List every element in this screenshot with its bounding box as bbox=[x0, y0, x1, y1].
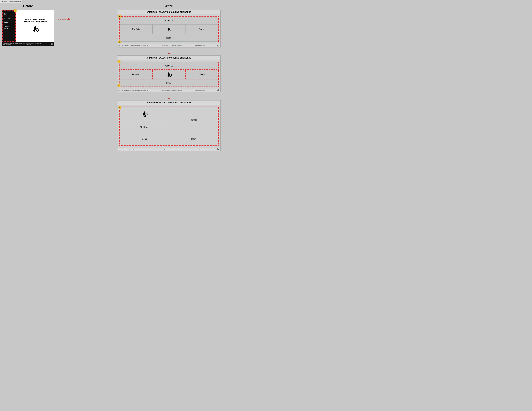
nav-team[interactable]: Team bbox=[4, 20, 14, 24]
after3-about-us[interactable]: About Us bbox=[120, 121, 169, 133]
after2-footer-email: ariantarh@gmail.com bbox=[195, 90, 205, 91]
instagram-icon-after1: 📷 bbox=[218, 45, 219, 47]
after1-badge1: 1 bbox=[118, 15, 121, 18]
after1-ideas[interactable]: Ideas bbox=[120, 34, 218, 42]
instagram-icon-after3: 📷 bbox=[218, 148, 219, 150]
tab-label[interactable]: Usability Test 1 High Fidelity bbox=[0, 0, 22, 3]
instagram-icon-before: 📷 bbox=[51, 43, 53, 45]
before-title: Before bbox=[23, 4, 33, 8]
after1-logo-center bbox=[152, 24, 185, 34]
before-sidebar: 1 About Us Portfolio Team Common Ideas bbox=[2, 10, 16, 42]
after3-portfolio[interactable]: Portfolio bbox=[169, 107, 218, 133]
after2-badge3: 3 bbox=[117, 84, 121, 87]
svg-point-7 bbox=[143, 115, 144, 116]
svg-point-1 bbox=[34, 30, 35, 31]
after3-team[interactable]: Team bbox=[169, 133, 218, 145]
after3-footer: Unit 3, No. 39, Nami St., Sarv Sq., Saad… bbox=[117, 147, 220, 150]
after1-footer: Unit 3, No. 39, Nami St., Sarv Sq., Saad… bbox=[117, 44, 220, 47]
after-column: After ARIAN TARH SAADAT CONSULTING ENGIN… bbox=[73, 4, 264, 152]
after3-footer-phone: +98 (0)2122382411 - 22148196 - 22148296 bbox=[162, 149, 182, 149]
down-arrow-2 bbox=[168, 94, 170, 100]
after3-logo bbox=[120, 107, 169, 121]
instagram-icon-after2: 📷 bbox=[218, 89, 219, 91]
after2-about-us[interactable]: About Us bbox=[119, 62, 219, 70]
after3-badge3: 3 bbox=[118, 106, 121, 109]
after3-header: ARIAN TARH SAADAT CONSULTING ENGINEERS bbox=[117, 101, 220, 105]
after1-grid: 1 2 About Us Portfolio Team bbox=[119, 16, 219, 42]
after-panel-1: ARIAN TARH SAADAT CONSULTING ENGINEERS 1… bbox=[117, 10, 221, 47]
after1-body: 1 2 About Us Portfolio Team bbox=[117, 14, 220, 44]
after2-team[interactable]: Team bbox=[186, 70, 219, 79]
after3-footer-email: ariantarh@gmail.com bbox=[195, 149, 205, 149]
before-content: ARIAN TARH SAADATCONSULTING ENGINEERS bbox=[16, 10, 54, 42]
after3-ideas[interactable]: Ideas bbox=[120, 133, 169, 145]
after1-badge2: 2 bbox=[118, 40, 121, 43]
after2-ideas[interactable]: Ideas bbox=[119, 79, 219, 87]
before-footer-email: ariantarh@gmail.com bbox=[41, 43, 51, 44]
before-footer-address: Unit 3, No. 39, Nami St., Sarv Sq., Saad… bbox=[3, 43, 26, 45]
before-footer-phone: +98 (0)2122382411 - 22148196 - 22148296 bbox=[26, 43, 41, 45]
after1-footer-email: ariantarh@gmail.com bbox=[195, 45, 205, 46]
after-panel-2: ARIAN TARH SAADAT CONSULTING ENGINEERS 2… bbox=[117, 56, 221, 92]
after2-footer-address: Unit 3, No. 39, Nami St., Sarv Sq., Saad… bbox=[118, 90, 149, 91]
after-panel-3: ARIAN TARH SAADAT CONSULTING ENGINEERS 3… bbox=[117, 100, 221, 151]
after3-body: 3 Portfolio About Us Ideas bbox=[117, 105, 220, 147]
after2-body: 2 3 About Us Portfolio Tea bbox=[117, 60, 220, 89]
after2-footer: Unit 3, No. 39, Nami St., Sarv Sq., Saad… bbox=[117, 89, 220, 92]
before-footer: Unit 3, No. 39, Nami St., Sarv Sq., Saad… bbox=[2, 42, 54, 46]
before-frame: 1 About Us Portfolio Team Common Ideas A… bbox=[2, 10, 54, 46]
before-company-title: ARIAN TARH SAADATCONSULTING ENGINEERS bbox=[23, 18, 47, 22]
nav-about-us[interactable]: About Us bbox=[4, 12, 14, 16]
after-title: After bbox=[165, 4, 172, 8]
after1-team[interactable]: Team bbox=[185, 24, 218, 34]
after2-footer-phone: +98 (0)2122382411 - 22148196 - 22148296 bbox=[162, 90, 182, 91]
after1-footer-address: Unit 3, No. 39, Nami St., Sarv Sq., Saad… bbox=[118, 45, 149, 46]
after2-grid: About Us Portfolio Team Ideas bbox=[119, 62, 219, 87]
after1-about-us[interactable]: About Us bbox=[120, 17, 218, 24]
nav-portfolio[interactable]: Portfolio bbox=[4, 16, 14, 20]
svg-point-3 bbox=[168, 30, 169, 30]
svg-point-5 bbox=[168, 75, 169, 76]
after1-footer-phone: +98 (0)2122382411 - 22148196 - 22148296 bbox=[162, 45, 182, 46]
after2-badge2: 2 bbox=[117, 60, 121, 63]
after1-header: ARIAN TARH SAADAT CONSULTING ENGINEERS bbox=[117, 10, 220, 14]
after2-portfolio[interactable]: Portfolio bbox=[119, 70, 152, 79]
before-panel: Before 1 About Us Portfolio Team Common … bbox=[2, 4, 54, 46]
after3-footer-address: Unit 3, No. 39, Nami St., Sarv Sq., Saad… bbox=[118, 149, 149, 149]
after1-portfolio[interactable]: Portfolio bbox=[120, 24, 152, 34]
after2-header: ARIAN TARH SAADAT CONSULTING ENGINEERS bbox=[117, 56, 220, 60]
badge-1: 1 bbox=[14, 9, 17, 12]
h-arrow bbox=[58, 18, 70, 20]
after3-grid: Portfolio About Us Ideas Team bbox=[119, 107, 219, 146]
after2-logo-center bbox=[152, 70, 186, 79]
down-arrow-1 bbox=[168, 50, 170, 55]
nav-common-ideas[interactable]: Common Ideas bbox=[4, 24, 14, 30]
company-logo bbox=[30, 24, 40, 34]
